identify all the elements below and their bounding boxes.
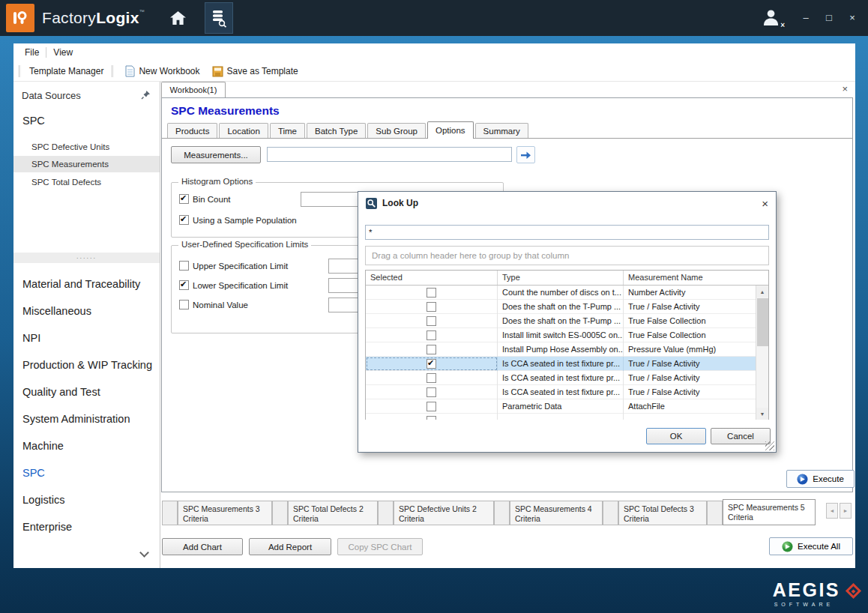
- maximize-button[interactable]: □: [824, 0, 834, 36]
- scroll-thumb[interactable]: [757, 298, 768, 346]
- criteria-tab-spc-measurements-3[interactable]: SPC Measurements 3 Criteria: [178, 501, 272, 525]
- row-select-cell[interactable]: [366, 371, 498, 385]
- tab-batch-type[interactable]: Batch Type: [307, 123, 366, 138]
- bin-count-checkbox[interactable]: [179, 194, 189, 204]
- sidebar-item-spc-total-defects[interactable]: SPC Total Defects: [13, 174, 160, 190]
- row-checkbox[interactable]: [427, 345, 436, 354]
- tab-options[interactable]: Options: [427, 121, 474, 139]
- nominal-value-checkbox[interactable]: [179, 300, 189, 309]
- close-button[interactable]: ×: [847, 0, 858, 36]
- lower-spec-limit-checkbox[interactable]: [179, 280, 189, 290]
- measurements-button[interactable]: Measurements...: [171, 146, 261, 163]
- criteria-nav-left[interactable]: ◄: [826, 503, 838, 519]
- tab-workbook-1[interactable]: Workbook(1): [161, 82, 226, 97]
- upper-spec-limit-checkbox[interactable]: [179, 261, 189, 271]
- pin-icon[interactable]: [141, 90, 151, 101]
- row-select-cell[interactable]: [366, 328, 498, 342]
- row-checkbox[interactable]: [427, 359, 436, 369]
- lookup-dialog-titlebar[interactable]: Look Up ×: [358, 192, 776, 214]
- criteria-tab-spc-measurements-5[interactable]: SPC Measurements 5 Criteria: [723, 499, 816, 525]
- row-checkbox[interactable]: [427, 330, 436, 340]
- save-as-template-button[interactable]: Save as Template: [206, 66, 304, 77]
- criteria-tab-spc-defective-units-2[interactable]: SPC Defective Units 2 Criteria: [394, 501, 494, 525]
- user-signout-button[interactable]: ×: [762, 9, 782, 27]
- apply-measurement-button[interactable]: [516, 146, 535, 163]
- grid-scrollbar[interactable]: ▲ ▼: [756, 286, 768, 420]
- scroll-up-button[interactable]: ▲: [756, 286, 768, 298]
- tab-products[interactable]: Products: [167, 123, 217, 138]
- table-row[interactable]: Is CCA seated in test fixture pr... True…: [366, 371, 756, 385]
- execute-button[interactable]: Execute: [786, 470, 855, 488]
- criteria-nav-right[interactable]: ►: [840, 503, 852, 519]
- minimize-button[interactable]: –: [801, 0, 811, 36]
- criteria-tab-spc-total-defects-2[interactable]: SPC Total Defects 2 Criteria: [288, 501, 378, 525]
- sidebar-section-system-administration[interactable]: System Administration: [13, 405, 160, 432]
- lookup-close-icon[interactable]: ×: [762, 198, 768, 209]
- table-row[interactable]: Parametric Data AttachFile: [366, 399, 756, 414]
- column-header-type[interactable]: Type: [498, 271, 624, 285]
- table-row[interactable]: Install Pump Hose Assembly on... Pressur…: [366, 342, 756, 357]
- criteria-tab-spc-total-defects-3[interactable]: SPC Total Defects 3 Criteria: [618, 501, 707, 525]
- tab-summary[interactable]: Summary: [475, 123, 528, 138]
- criteria-tab-stub[interactable]: [603, 501, 618, 525]
- sidebar-section-logistics[interactable]: Logistics: [13, 486, 160, 513]
- sidebar-group-spc[interactable]: SPC: [22, 115, 45, 127]
- row-checkbox[interactable]: [427, 288, 436, 298]
- sidebar-section-enterprise[interactable]: Enterprise: [13, 513, 160, 540]
- add-report-button[interactable]: Add Report: [249, 538, 331, 555]
- tab-time[interactable]: Time: [270, 123, 305, 138]
- row-select-cell[interactable]: [366, 314, 498, 328]
- column-header-selected[interactable]: Selected: [366, 271, 498, 285]
- menu-file[interactable]: File: [18, 46, 46, 59]
- sample-population-checkbox[interactable]: [179, 215, 189, 225]
- table-row[interactable]: Does the shaft on the T-Pump ... True Fa…: [366, 314, 756, 328]
- template-manager-button[interactable]: Template Manager: [26, 66, 106, 76]
- scroll-down-button[interactable]: ▼: [756, 408, 768, 420]
- criteria-tab-stub[interactable]: [272, 501, 288, 525]
- row-select-cell[interactable]: [366, 399, 498, 414]
- sidebar-section-production-wip-tracking[interactable]: Production & WIP Tracking: [13, 351, 160, 378]
- sidebar-section-quality-and-test[interactable]: Quality and Test: [13, 378, 160, 405]
- criteria-tab-stub[interactable]: [494, 501, 510, 525]
- row-select-cell[interactable]: [366, 286, 498, 300]
- resize-grip[interactable]: [765, 441, 774, 450]
- row-checkbox[interactable]: [427, 373, 436, 383]
- new-workbook-button[interactable]: New Workbook: [119, 65, 205, 77]
- table-row[interactable]: Install limit switch ES-0005C on... True…: [366, 328, 756, 342]
- sidebar-section-npi[interactable]: NPI: [13, 324, 160, 351]
- chevron-down-icon[interactable]: [139, 548, 149, 558]
- row-select-cell[interactable]: [366, 385, 498, 399]
- criteria-tab-stub[interactable]: [162, 501, 178, 525]
- table-row[interactable]: Does the shaft on the T-Pump ... True / …: [366, 300, 756, 314]
- tab-sub-group[interactable]: Sub Group: [367, 123, 426, 138]
- analytics-workbook-button[interactable]: [205, 2, 233, 34]
- row-checkbox[interactable]: [427, 387, 436, 397]
- criteria-tab-stub[interactable]: [378, 501, 394, 525]
- execute-all-button[interactable]: Execute All: [769, 537, 853, 555]
- criteria-tab-spc-measurements-4[interactable]: SPC Measurements 4 Criteria: [510, 501, 603, 525]
- ok-button[interactable]: OK: [646, 428, 706, 444]
- column-header-measurement-name[interactable]: Measurement Name: [624, 271, 756, 285]
- workbook-close-icon[interactable]: ×: [842, 83, 848, 94]
- row-select-cell[interactable]: [366, 300, 498, 314]
- sidebar-section-miscellaneous[interactable]: Miscellaneous: [13, 298, 160, 324]
- table-row[interactable]: Is CCA seated in test fixture pr... True…: [366, 385, 756, 399]
- tab-location[interactable]: Location: [219, 123, 268, 138]
- row-checkbox[interactable]: [427, 316, 436, 326]
- sidebar-splitter[interactable]: ......: [13, 253, 160, 263]
- add-chart-button[interactable]: Add Chart: [162, 538, 243, 555]
- row-checkbox[interactable]: [427, 302, 436, 312]
- row-select-cell[interactable]: [366, 357, 498, 371]
- row-select-cell[interactable]: [366, 342, 498, 357]
- cancel-button[interactable]: Cancel: [711, 428, 771, 444]
- measurement-input[interactable]: [267, 147, 512, 162]
- lookup-filter-input[interactable]: [365, 225, 769, 240]
- sidebar-item-spc-defective-units[interactable]: SPC Defective Units: [13, 139, 160, 155]
- sidebar-item-spc-measurements[interactable]: SPC Measurements: [13, 156, 160, 172]
- table-row[interactable]: Count the number of discs on t... Number…: [366, 286, 756, 300]
- sidebar-section-spc[interactable]: SPC: [13, 459, 160, 486]
- table-row-selected[interactable]: Is CCA seated in test fixture pr... True…: [366, 357, 756, 371]
- group-by-dropzone[interactable]: Drag a column header here to group by th…: [365, 246, 769, 265]
- home-button[interactable]: [166, 3, 191, 33]
- menu-view[interactable]: View: [46, 46, 79, 59]
